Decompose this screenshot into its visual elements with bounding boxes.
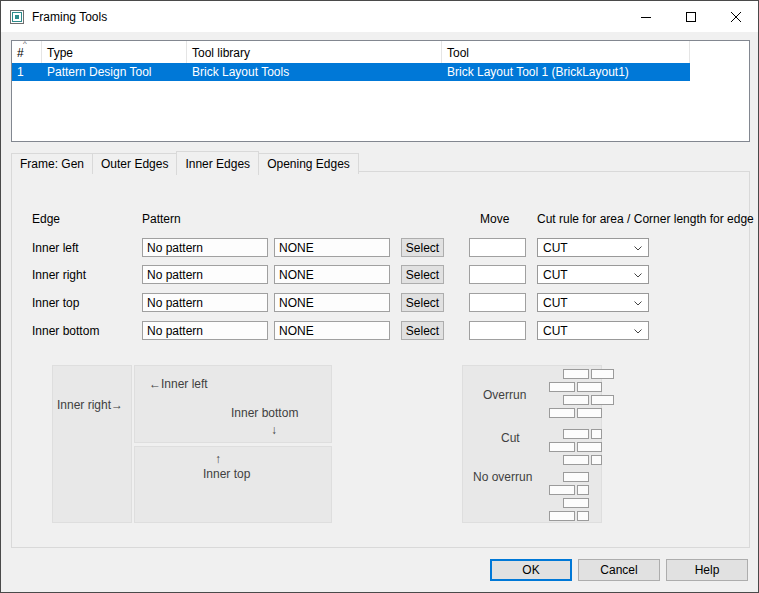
inner-left-label: ←Inner left bbox=[149, 377, 208, 391]
column-header-tool-library[interactable]: Tool library bbox=[187, 41, 442, 63]
chevron-down-icon bbox=[634, 246, 642, 251]
brick bbox=[549, 442, 575, 452]
brick bbox=[549, 485, 575, 495]
inner-top-label: Inner top bbox=[203, 467, 250, 481]
chevron-down-icon bbox=[634, 301, 642, 306]
brick bbox=[577, 485, 589, 495]
tab-opening-edges[interactable]: Opening Edges bbox=[258, 153, 359, 174]
brick bbox=[549, 511, 575, 521]
brick bbox=[591, 369, 614, 379]
inner-right-label: Inner right→ bbox=[57, 398, 123, 412]
brick bbox=[577, 511, 589, 521]
select-pattern-button[interactable]: Select bbox=[401, 265, 444, 284]
brick bbox=[577, 442, 602, 452]
framing-tools-dialog: Framing Tools ^ # Type Tool library bbox=[0, 0, 759, 593]
maximize-button[interactable] bbox=[668, 1, 713, 32]
column-label: Tool library bbox=[192, 46, 250, 60]
cut-label: Cut bbox=[501, 431, 520, 445]
edge-label: Inner left bbox=[32, 241, 79, 255]
help-button[interactable]: Help bbox=[666, 559, 748, 581]
cut-rule-select[interactable]: CUT bbox=[537, 321, 649, 340]
edge-column-header: Edge bbox=[32, 212, 60, 226]
edge-label: Inner right bbox=[32, 268, 86, 282]
brick bbox=[577, 382, 602, 392]
move-input[interactable] bbox=[469, 265, 526, 284]
cut-rule-column-header: Cut rule for area / Corner length for ed… bbox=[537, 212, 754, 226]
titlebar: Framing Tools bbox=[1, 1, 758, 32]
tab-frame-gen[interactable]: Frame: Gen bbox=[11, 153, 93, 174]
brick bbox=[563, 472, 589, 482]
tab-inner-edges[interactable]: Inner Edges bbox=[176, 151, 259, 175]
chevron-down-icon bbox=[634, 273, 642, 278]
dialog-footer: OK Cancel Help bbox=[1, 559, 758, 581]
inner-bottom-label: Inner bottom bbox=[231, 406, 298, 420]
up-arrow-icon: ↑ bbox=[215, 452, 221, 466]
pattern-name-field bbox=[142, 293, 268, 312]
chevron-down-icon bbox=[634, 329, 642, 334]
tab-strip: Frame: Gen Outer Edges Inner Edges Openi… bbox=[11, 151, 358, 174]
column-label: Type bbox=[47, 46, 73, 60]
brick bbox=[591, 395, 614, 405]
brick-pattern bbox=[542, 365, 622, 523]
edge-label: Inner top bbox=[32, 296, 79, 310]
no-overrun-label: No overrun bbox=[473, 470, 532, 484]
cut-rule-select[interactable]: CUT bbox=[537, 265, 649, 284]
ok-button[interactable]: OK bbox=[490, 559, 572, 581]
pattern-name-field bbox=[142, 265, 268, 284]
minimize-button[interactable] bbox=[623, 1, 668, 32]
cell-num: 1 bbox=[12, 65, 42, 79]
edge-label: Inner bottom bbox=[32, 324, 99, 338]
edge-row-inner-bottom: Inner bottom Select CUT bbox=[12, 321, 749, 341]
pattern-value-field bbox=[274, 293, 390, 312]
cut-rule-value: CUT bbox=[543, 241, 568, 255]
cut-rule-select[interactable]: CUT bbox=[537, 293, 649, 312]
down-arrow-icon: ↓ bbox=[271, 423, 277, 437]
close-icon bbox=[731, 12, 741, 22]
column-header-tool[interactable]: Tool bbox=[442, 41, 690, 63]
cell-type: Pattern Design Tool bbox=[42, 65, 187, 79]
move-input[interactable] bbox=[469, 321, 526, 340]
pattern-value-field bbox=[274, 321, 390, 340]
minimize-icon bbox=[641, 12, 651, 22]
close-button[interactable] bbox=[713, 1, 758, 32]
brick bbox=[549, 408, 575, 418]
column-header-num[interactable]: ^ # bbox=[12, 41, 42, 63]
column-header-type[interactable]: Type bbox=[42, 41, 187, 63]
tab-outer-edges[interactable]: Outer Edges bbox=[92, 153, 177, 174]
pattern-name-field bbox=[142, 321, 268, 340]
cut-rule-value: CUT bbox=[543, 324, 568, 338]
inner-top-diagram-box: ↑ Inner top bbox=[134, 446, 332, 523]
window-title: Framing Tools bbox=[32, 10, 107, 24]
cut-rule-value: CUT bbox=[543, 268, 568, 282]
window-controls bbox=[623, 1, 758, 32]
inner-right-diagram-box: Inner right→ bbox=[52, 365, 132, 523]
brick bbox=[591, 429, 602, 439]
select-pattern-button[interactable]: Select bbox=[401, 238, 444, 257]
brick bbox=[549, 382, 575, 392]
pattern-value-field bbox=[274, 238, 390, 257]
cut-rule-select[interactable]: CUT bbox=[537, 238, 649, 257]
edge-row-inner-left: Inner left Select CUT bbox=[12, 238, 749, 258]
cut-rule-value: CUT bbox=[543, 296, 568, 310]
cancel-button[interactable]: Cancel bbox=[578, 559, 660, 581]
app-icon bbox=[9, 9, 25, 25]
table-row[interactable]: 1 Pattern Design Tool Brick Layout Tools… bbox=[12, 63, 690, 81]
pattern-name-field bbox=[142, 238, 268, 257]
edge-row-inner-right: Inner right Select CUT bbox=[12, 265, 749, 285]
brick bbox=[563, 498, 589, 508]
move-input[interactable] bbox=[469, 293, 526, 312]
cell-library: Brick Layout Tools bbox=[187, 65, 442, 79]
pattern-column-header: Pattern bbox=[142, 212, 181, 226]
pattern-value-field bbox=[274, 265, 390, 284]
move-input[interactable] bbox=[469, 238, 526, 257]
move-column-header: Move bbox=[480, 212, 509, 226]
brick bbox=[563, 455, 589, 465]
inner-edges-panel: Edge Pattern Move Cut rule for area / Co… bbox=[11, 171, 750, 548]
select-pattern-button[interactable]: Select bbox=[401, 321, 444, 340]
sort-ascending-icon: ^ bbox=[23, 39, 27, 48]
column-label: # bbox=[17, 46, 24, 60]
brick bbox=[563, 395, 589, 405]
brick bbox=[577, 408, 602, 418]
tool-list-header: ^ # Type Tool library Tool bbox=[12, 41, 749, 63]
select-pattern-button[interactable]: Select bbox=[401, 293, 444, 312]
